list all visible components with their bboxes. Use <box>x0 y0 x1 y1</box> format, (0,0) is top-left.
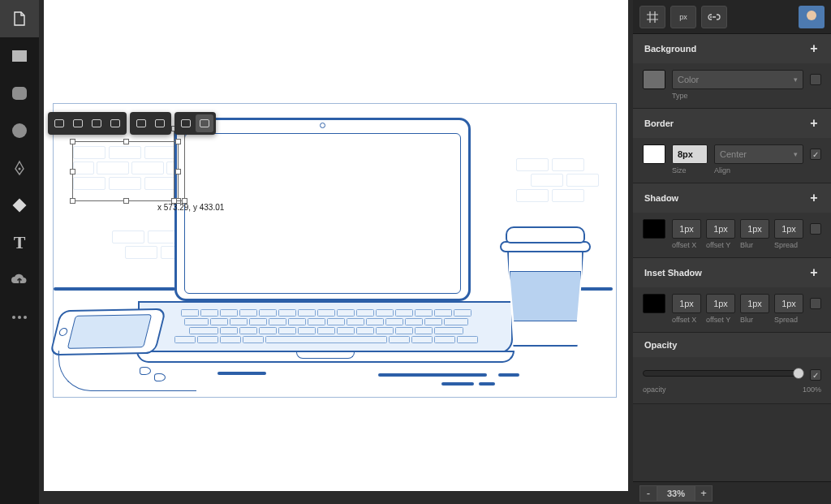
section-shadow: Shadow + offset X offset Y Blur Spread <box>633 183 831 258</box>
ft-btn-1[interactable] <box>50 114 68 132</box>
section-title: Border <box>644 118 674 128</box>
shadow-spread-input[interactable] <box>774 219 803 239</box>
tool-pencil[interactable] <box>0 187 39 224</box>
opacity-enabled-check[interactable] <box>810 369 821 381</box>
section-title: Background <box>644 44 696 54</box>
link-button[interactable] <box>701 6 727 28</box>
ft-btn-5[interactable] <box>132 114 150 132</box>
add-shadow-button[interactable]: + <box>807 191 821 205</box>
border-color-swatch[interactable] <box>643 144 665 164</box>
user-avatar[interactable] <box>799 6 825 28</box>
tool-page[interactable] <box>0 0 39 37</box>
section-inset-shadow: Inset Shadow + offset X offset Y Blur Sp… <box>633 258 831 333</box>
section-title: Inset Shadow <box>644 268 702 278</box>
selection-box[interactable] <box>72 141 179 201</box>
panel-top: px <box>633 0 831 34</box>
ft-btn-2[interactable] <box>69 114 87 132</box>
add-inset-shadow-button[interactable]: + <box>807 265 821 280</box>
background-color-swatch[interactable] <box>643 70 665 89</box>
section-border: Border + Size Center▾ Align <box>633 109 831 183</box>
ft-btn-4[interactable] <box>106 114 124 132</box>
selection-box-2[interactable] <box>174 128 185 201</box>
section-background: Background + Color▾ Type <box>633 34 831 109</box>
zoom-value: 33% <box>657 485 695 502</box>
tool-rounded-rectangle[interactable] <box>0 75 39 112</box>
shadow-blur-input[interactable] <box>740 219 769 239</box>
background-type-dropdown[interactable]: Color▾ <box>672 70 803 89</box>
zoom-bar: - 33% + <box>633 481 831 504</box>
inset-shadow-color-swatch[interactable] <box>643 294 665 313</box>
tool-rectangle[interactable] <box>0 37 39 75</box>
opacity-slider-thumb[interactable] <box>793 368 804 379</box>
ft-btn-8[interactable] <box>196 114 213 132</box>
background-enabled-check[interactable] <box>810 74 821 85</box>
svg-rect-1 <box>13 199 27 213</box>
tool-more[interactable] <box>0 299 39 336</box>
units-button[interactable]: px <box>670 6 696 28</box>
selection-toolbar <box>48 112 216 135</box>
coord-readout: x 573.29, y 433.01 <box>157 203 224 212</box>
section-title: Shadow <box>644 193 678 203</box>
section-opacity: Opacity opacity 100% <box>633 333 831 404</box>
inset-blur-input[interactable] <box>740 294 769 313</box>
svg-point-0 <box>19 168 21 170</box>
inset-offset-x-input[interactable] <box>672 294 701 313</box>
tool-pen[interactable] <box>0 149 39 187</box>
grid-toggle-button[interactable] <box>639 6 665 28</box>
tool-ellipse[interactable] <box>0 112 39 149</box>
border-size-input[interactable] <box>672 144 708 164</box>
page-surface: x 573.29, y 433.01 <box>44 0 628 491</box>
shadow-offset-x-input[interactable] <box>672 219 701 239</box>
inspector-panel: px Background + Color▾ Type Border <box>633 0 831 504</box>
inset-shadow-enabled-check[interactable] <box>810 298 821 309</box>
ft-btn-7[interactable] <box>177 114 195 132</box>
inset-offset-y-input[interactable] <box>706 294 735 313</box>
tool-upload[interactable] <box>0 261 39 299</box>
add-background-button[interactable]: + <box>807 41 821 56</box>
ft-btn-6[interactable] <box>151 114 169 132</box>
border-enabled-check[interactable] <box>810 149 821 160</box>
field-label: Type <box>672 92 803 100</box>
field-label: opacity <box>643 386 666 394</box>
illustration <box>44 0 628 491</box>
left-toolbar: T <box>0 0 39 504</box>
zoom-out-button[interactable]: - <box>639 485 657 502</box>
opacity-slider[interactable] <box>643 370 803 377</box>
border-align-dropdown[interactable]: Center▾ <box>714 144 803 164</box>
opacity-value: 100% <box>803 386 821 394</box>
zoom-in-button[interactable]: + <box>695 485 713 502</box>
inset-spread-input[interactable] <box>774 294 803 313</box>
tool-text[interactable]: T <box>0 224 39 261</box>
add-border-button[interactable]: + <box>807 116 821 131</box>
ft-btn-3[interactable] <box>88 114 105 132</box>
shadow-offset-y-input[interactable] <box>706 219 735 239</box>
shadow-enabled-check[interactable] <box>810 223 821 235</box>
canvas[interactable]: x 573.29, y 433.01 <box>39 0 633 504</box>
section-title: Opacity <box>644 340 677 350</box>
shadow-color-swatch[interactable] <box>643 219 665 239</box>
